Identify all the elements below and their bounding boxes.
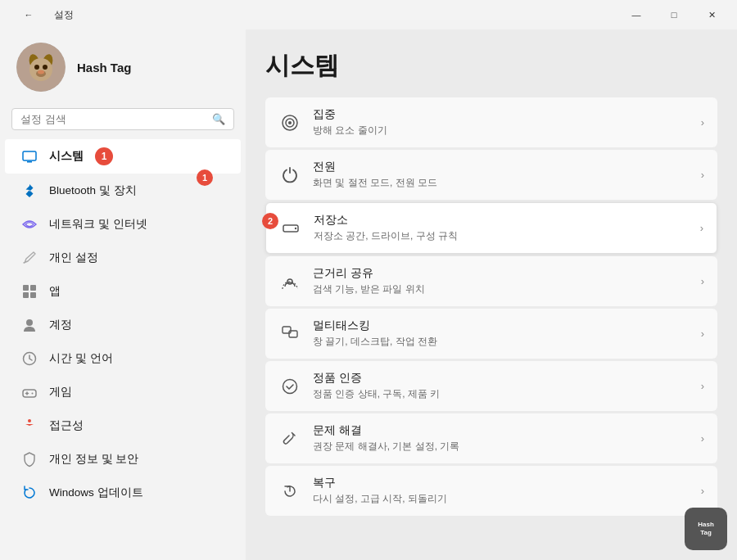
settings-item-nearby[interactable]: 근거리 공유 검색 기능, 받은 파일 위치 › <box>265 256 717 306</box>
gaming-icon <box>21 384 38 400</box>
sidebar-item-apps[interactable]: 앱 <box>5 275 241 308</box>
personalize-icon <box>21 250 38 266</box>
troubleshoot-text: 문제 해결 권장 문제 해결사, 기본 설정, 기록 <box>313 423 690 454</box>
focus-text: 집중 방해 요소 줄이기 <box>313 107 690 138</box>
watermark-line1: Hash <box>698 521 714 529</box>
sidebar: Hash Tag 🔍 시스템 1 <box>0 29 246 560</box>
nearby-subtitle: 검색 기능, 받은 파일 위치 <box>313 282 690 296</box>
sidebar-item-personalize-label: 개인 설정 <box>49 251 98 265</box>
sidebar-item-accessibility[interactable]: 접근성 <box>5 409 241 442</box>
app-body: Hash Tag 🔍 시스템 1 <box>0 29 737 560</box>
sidebar-item-accounts-label: 계정 <box>49 318 72 332</box>
watermark: Hash Tag <box>685 508 727 550</box>
svg-point-4 <box>34 65 39 70</box>
troubleshoot-subtitle: 권장 문제 해결사, 기본 설정, 기록 <box>313 440 690 454</box>
storage-subtitle: 저장소 공간, 드라이브, 구성 규칙 <box>314 229 689 243</box>
sidebar-item-accessibility-label: 접근성 <box>49 418 84 433</box>
watermark-line2: Tag <box>700 529 712 537</box>
power-chevron: › <box>701 169 704 181</box>
svg-point-5 <box>43 65 47 70</box>
multitasking-text: 멀티태스킹 창 끌기, 데스크탑, 작업 전환 <box>313 318 690 349</box>
settings-item-power[interactable]: 전원 화면 및 절전 모드, 전원 모드 › <box>265 150 717 200</box>
troubleshoot-icon <box>278 427 301 450</box>
svg-point-17 <box>32 393 34 395</box>
storage-text: 저장소 저장소 공간, 드라이브, 구성 규칙 <box>314 213 689 243</box>
sidebar-item-windows-update[interactable]: Windows 업데이트 <box>5 476 241 509</box>
sidebar-item-bluetooth-label: Bluetooth 및 장치 <box>49 183 137 198</box>
sidebar-item-windows-update-label: Windows 업데이트 <box>49 485 143 500</box>
settings-item-storage[interactable]: 저장소 저장소 공간, 드라이브, 구성 규칙 › <box>265 202 717 254</box>
titlebar-title: 설정 <box>54 8 74 22</box>
search-icon: 🔍 <box>212 113 225 125</box>
privacy-icon <box>21 451 38 467</box>
multitasking-title: 멀티태스킹 <box>313 318 690 333</box>
activation-text: 정품 인증 정품 인증 상태, 구독, 제품 키 <box>313 371 690 401</box>
sidebar-item-privacy[interactable]: 개인 정보 및 보안 <box>5 443 241 476</box>
system-badge: 1 <box>95 147 113 165</box>
sidebar-item-privacy-label: 개인 정보 및 보안 <box>49 452 138 467</box>
nearby-text: 근거리 공유 검색 기능, 받은 파일 위치 <box>313 266 690 296</box>
svg-rect-12 <box>23 292 29 298</box>
storage-icon <box>279 217 302 240</box>
sidebar-item-accounts[interactable]: 계정 <box>5 309 241 341</box>
focus-title: 집중 <box>313 107 690 122</box>
sidebar-item-gaming-label: 게임 <box>49 385 72 400</box>
titlebar: ← 설정 — □ ✕ <box>0 0 737 29</box>
power-title: 전원 <box>313 160 690 174</box>
search-box[interactable]: 🔍 <box>11 108 234 130</box>
power-icon <box>278 164 301 187</box>
accounts-icon <box>21 317 38 333</box>
svg-rect-8 <box>23 151 36 160</box>
troubleshoot-chevron: › <box>701 432 704 445</box>
maximize-button[interactable]: □ <box>655 0 693 29</box>
settings-item-focus[interactable]: 집중 방해 요소 줄이기 › <box>265 97 717 147</box>
recovery-chevron: › <box>701 485 704 497</box>
recovery-text: 복구 다시 설정, 고급 시작, 되돌리기 <box>313 476 690 506</box>
settings-item-troubleshoot[interactable]: 문제 해결 권장 문제 해결사, 기본 설정, 기록 › <box>265 413 717 463</box>
content-area: 시스템 집중 방해 요소 줄이기 › <box>246 29 737 560</box>
sidebar-item-personalize[interactable]: 개인 설정 <box>5 242 241 274</box>
nav-badge-2: 2 <box>262 213 278 229</box>
sidebar-item-time[interactable]: 시간 및 언어 <box>5 342 241 375</box>
svg-point-21 <box>288 121 292 124</box>
focus-subtitle: 방해 요소 줄이기 <box>313 124 690 138</box>
profile-section[interactable]: Hash Tag <box>0 29 246 105</box>
svg-rect-16 <box>23 390 36 397</box>
multitasking-icon <box>278 323 301 345</box>
sidebar-item-apps-label: 앱 <box>49 284 61 299</box>
troubleshoot-title: 문제 해결 <box>313 423 690 438</box>
settings-item-multitasking[interactable]: 멀티태스킹 창 끌기, 데스크탑, 작업 전환 › <box>265 309 717 359</box>
storage-chevron: › <box>700 222 703 234</box>
svg-point-18 <box>28 419 31 422</box>
sidebar-item-network[interactable]: 네트워크 및 인터넷 <box>5 208 241 241</box>
nearby-chevron: › <box>701 275 704 287</box>
search-container: 🔍 <box>0 105 246 138</box>
multitasking-chevron: › <box>701 327 704 340</box>
titlebar-controls: — □ ✕ <box>617 0 730 29</box>
svg-point-27 <box>283 379 297 393</box>
nav-menu: 시스템 1 Bluetooth 및 장치 네트워크 및 <box>0 138 246 510</box>
activation-title: 정품 인증 <box>313 371 690 386</box>
settings-item-recovery[interactable]: 복구 다시 설정, 고급 시작, 되돌리기 › <box>265 466 717 516</box>
apps-icon <box>21 283 38 300</box>
svg-point-14 <box>26 319 33 326</box>
sidebar-item-system[interactable]: 시스템 1 <box>5 139 241 174</box>
settings-item-activation[interactable]: 정품 인증 정품 인증 상태, 구독, 제품 키 › <box>265 361 717 411</box>
storage-title: 저장소 <box>314 213 689 228</box>
back-button[interactable]: ← <box>10 0 47 29</box>
recovery-title: 복구 <box>313 476 690 490</box>
network-icon <box>21 216 38 233</box>
sidebar-item-system-label: 시스템 <box>49 149 84 164</box>
sidebar-item-gaming[interactable]: 게임 <box>5 376 241 409</box>
focus-icon <box>278 111 301 134</box>
bluetooth-icon <box>21 183 38 199</box>
search-input[interactable] <box>20 113 207 125</box>
close-button[interactable]: ✕ <box>693 0 730 29</box>
power-text: 전원 화면 및 절전 모드, 전원 모드 <box>313 160 690 190</box>
windows-update-icon <box>21 485 38 501</box>
minimize-button[interactable]: — <box>617 0 655 29</box>
activation-chevron: › <box>701 380 704 392</box>
activation-icon <box>278 375 301 398</box>
svg-rect-11 <box>30 285 36 291</box>
svg-rect-13 <box>30 292 36 298</box>
